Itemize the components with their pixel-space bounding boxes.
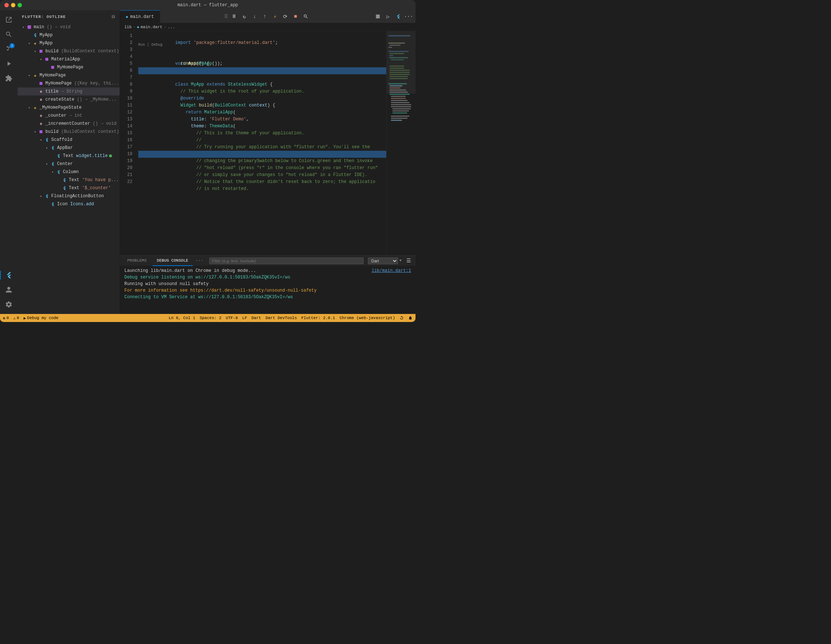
close-button[interactable]: [5, 3, 9, 7]
status-warnings[interactable]: ⚠ 0: [13, 316, 19, 320]
tab-main-dart[interactable]: ◆ main.dart: [120, 10, 160, 23]
account-activity-icon[interactable]: [2, 283, 15, 296]
panel-language-select[interactable]: Dart JavaScript All: [368, 258, 398, 264]
tree-item-createstate[interactable]: ◉ createState () → _MyHome...: [18, 96, 119, 104]
breadcrumb-file[interactable]: main.dart: [140, 25, 162, 29]
tree-label: AppBar: [57, 145, 73, 150]
status-spaces[interactable]: Spaces: 2: [200, 316, 221, 320]
code-line-20: // or simply save your changes to "hot r…: [138, 165, 386, 172]
pause-button[interactable]: ⏸: [230, 13, 238, 21]
tree-item-text-widget-title[interactable]: Text widget.title: [18, 152, 119, 160]
run-debug-activity-icon[interactable]: [2, 57, 15, 70]
tree-item-myhomepage-constructor[interactable]: MyHomePage ({Key key, thi...: [18, 80, 119, 88]
panel-link-1[interactable]: lib/main.dart:1: [372, 268, 411, 274]
more-button[interactable]: ···: [404, 13, 412, 21]
tree-item-increment-counter[interactable]: ◉ _incrementCounter () → void: [18, 120, 119, 128]
panel-filter-input[interactable]: [209, 258, 364, 264]
panel-text-4: For more information see https://dart.de…: [124, 288, 317, 293]
start-debugging-button[interactable]: [394, 13, 402, 21]
tree-item-materialapp[interactable]: ▾ MaterialApp: [18, 55, 119, 63]
hot-reload-button[interactable]: ⚡: [271, 13, 279, 21]
tree-item-text-you-have[interactable]: Text 'You have p...': [18, 176, 119, 184]
status-eol[interactable]: LF: [242, 316, 247, 320]
source-control-activity-icon[interactable]: 1: [2, 43, 15, 56]
tree-item-myapp-leaf[interactable]: MyApp: [18, 31, 119, 39]
svg-rect-28: [390, 91, 408, 92]
code-line-5: }: [138, 61, 386, 67]
svg-rect-34: [391, 104, 411, 105]
step-over-button[interactable]: ↻: [240, 13, 248, 21]
status-sync-icon[interactable]: [400, 316, 404, 320]
debug-console-tab[interactable]: DEBUG CONSOLE: [153, 256, 193, 266]
search-activity-icon[interactable]: [2, 28, 15, 41]
stateful-icon: ❋: [32, 72, 38, 78]
restart-button[interactable]: ⟳: [281, 13, 289, 21]
method-icon: ◉: [38, 97, 44, 102]
tree-item-center[interactable]: ▾ Center: [18, 160, 119, 168]
tree-item-icon-add[interactable]: Icon Icons.add: [18, 200, 119, 208]
chevron-down-icon: ▾: [38, 56, 44, 62]
settings-activity-icon[interactable]: [2, 298, 15, 311]
tree-label: MyHomePage: [57, 65, 83, 70]
tree-item-main[interactable]: ▾ main () → void: [18, 23, 119, 31]
tree-item-fab[interactable]: ▾ FloatingActionButton: [18, 192, 119, 200]
debug-indicator: [109, 155, 112, 157]
tree-item-appbar[interactable]: ▾ AppBar: [18, 144, 119, 152]
tree-item-myhomepage[interactable]: ▾ ❋ MyHomePage: [18, 71, 119, 80]
problems-tab[interactable]: PROBLEMS: [123, 256, 151, 266]
status-line-col[interactable]: Ln 6, Col 1: [169, 316, 195, 320]
no-arrow: [50, 153, 56, 159]
status-bell-icon[interactable]: [408, 316, 412, 320]
status-errors[interactable]: ⊗ 0: [3, 316, 9, 320]
run-without-debugging-button[interactable]: ▷: [384, 13, 392, 21]
code-editor[interactable]: 1 2 3 4 5 6 7 8 9 10 11 12 13 14: [120, 31, 386, 255]
tree-item-build-1[interactable]: ▾ build (BuildContext context) ...: [18, 47, 119, 55]
tree-item-title-string[interactable]: ◉ title → String: [18, 88, 119, 96]
stateful-icon: ❋: [32, 40, 38, 46]
panel-more-button[interactable]: ···: [194, 258, 205, 263]
tree-item-myhomepagestate[interactable]: ▾ ❋ _MyHomePageState: [18, 104, 119, 112]
split-editor-button[interactable]: [374, 13, 382, 21]
tree-item-scaffold[interactable]: ▾ Scaffold: [18, 136, 119, 144]
extensions-activity-icon[interactable]: [2, 72, 15, 85]
no-arrow: [44, 64, 50, 70]
breadcrumb-more[interactable]: ...: [167, 25, 175, 29]
tree-item-myhomepage-nested[interactable]: MyHomePage: [18, 63, 119, 71]
maximize-button[interactable]: [18, 3, 22, 7]
minimize-button[interactable]: [11, 3, 15, 7]
breadcrumb-lib[interactable]: lib: [124, 25, 132, 29]
sidebar-collapse-icon[interactable]: ⊟: [112, 14, 115, 20]
sidebar-content[interactable]: ▾ main () → void MyApp ▾: [18, 23, 119, 314]
app-container: 1 Flutt: [0, 10, 416, 322]
minimap[interactable]: [386, 31, 416, 255]
prop-icon: ◉: [38, 89, 44, 94]
flutter-small-icon: [44, 193, 50, 199]
tree-item-column[interactable]: ▾ Column: [18, 168, 119, 176]
svg-rect-2: [45, 58, 48, 61]
status-platform[interactable]: Chrome (web-javascript): [339, 316, 395, 320]
status-encoding[interactable]: UTF-8: [226, 316, 238, 320]
tree-item-myapp-state[interactable]: ▾ ❋ MyApp: [18, 39, 119, 47]
stop-button[interactable]: ■: [291, 13, 299, 21]
status-language[interactable]: Dart: [252, 316, 261, 320]
panel-line-2: Debug service listening on ws://127.0.0.…: [124, 274, 411, 281]
no-arrow: [26, 32, 32, 38]
platform-text: Chrome (web-javascript): [339, 316, 395, 320]
tree-label: _counter → int: [45, 113, 82, 118]
status-devtools[interactable]: Dart DevTools: [266, 316, 297, 320]
flutter-activity-icon[interactable]: [2, 269, 15, 282]
status-debug[interactable]: ▶ Debug my code: [24, 316, 58, 320]
svg-rect-30: [391, 96, 406, 97]
step-out-button[interactable]: ↑: [261, 13, 269, 21]
tree-item-text-counter[interactable]: Text '$_counter': [18, 184, 119, 192]
panel-menu-button[interactable]: ☰: [404, 257, 412, 265]
explorer-activity-icon[interactable]: [2, 13, 15, 26]
tree-label: Icon Icons.add: [57, 202, 94, 207]
inspect-button[interactable]: [302, 13, 310, 21]
tree-item-counter[interactable]: ◉ _counter → int: [18, 112, 119, 120]
run-debug-hint[interactable]: Run | Debug: [138, 41, 162, 48]
status-flutter-version[interactable]: Flutter: 2.0.1: [301, 316, 335, 320]
step-into-button[interactable]: ↓: [250, 13, 259, 21]
no-arrow: [32, 121, 38, 127]
tree-item-build-2[interactable]: ▾ build (BuildContext context) ...: [18, 128, 119, 136]
